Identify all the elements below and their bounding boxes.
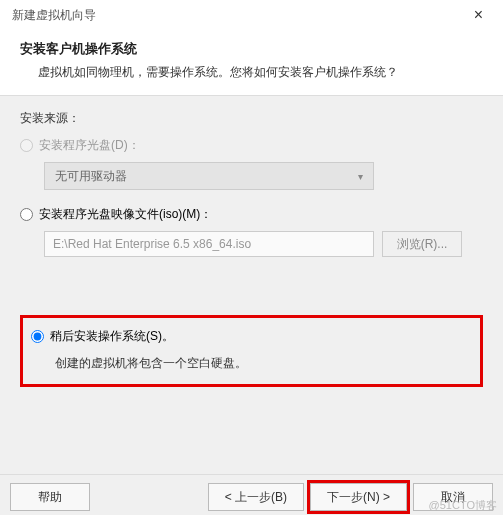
option-later-highlight: 稍后安装操作系统(S)。 创建的虚拟机将包含一个空白硬盘。: [20, 315, 483, 387]
close-icon[interactable]: ×: [466, 6, 491, 24]
radio-install-later-label: 稍后安装操作系统(S)。: [50, 328, 174, 345]
radio-installer-disc: [20, 139, 33, 152]
browse-button: 浏览(R)...: [382, 231, 462, 257]
drive-combo-value: 无可用驱动器: [55, 168, 127, 185]
iso-path-input: [44, 231, 374, 257]
radio-iso-file-label: 安装程序光盘映像文件(iso)(M)：: [39, 206, 212, 223]
option-iso: 安装程序光盘映像文件(iso)(M)： 浏览(R)...: [20, 206, 483, 257]
wizard-header: 安装客户机操作系统 虚拟机如同物理机，需要操作系统。您将如何安装客户机操作系统？: [0, 30, 503, 96]
help-button[interactable]: 帮助: [10, 483, 90, 511]
back-button[interactable]: < 上一步(B): [208, 483, 304, 511]
page-description: 虚拟机如同物理机，需要操作系统。您将如何安装客户机操作系统？: [20, 64, 483, 81]
window-title: 新建虚拟机向导: [12, 7, 96, 24]
titlebar: 新建虚拟机向导 ×: [0, 0, 503, 30]
radio-installer-disc-label: 安装程序光盘(D)：: [39, 137, 140, 154]
wizard-content: 安装来源： 安装程序光盘(D)： 无可用驱动器 ▾ 安装程序光盘映像文件(iso…: [0, 96, 503, 474]
chevron-down-icon: ▾: [358, 171, 363, 182]
wizard-footer: 帮助 < 上一步(B) 下一步(N) > 取消: [0, 474, 503, 515]
radio-install-later[interactable]: [31, 330, 44, 343]
option-disc: 安装程序光盘(D)： 无可用驱动器 ▾: [20, 137, 483, 190]
page-title: 安装客户机操作系统: [20, 40, 483, 58]
watermark: @51CTO博客: [429, 498, 497, 513]
radio-iso-file[interactable]: [20, 208, 33, 221]
drive-combo: 无可用驱动器 ▾: [44, 162, 374, 190]
install-later-note: 创建的虚拟机将包含一个空白硬盘。: [55, 355, 472, 372]
install-source-label: 安装来源：: [20, 110, 483, 127]
next-button[interactable]: 下一步(N) >: [310, 483, 407, 511]
